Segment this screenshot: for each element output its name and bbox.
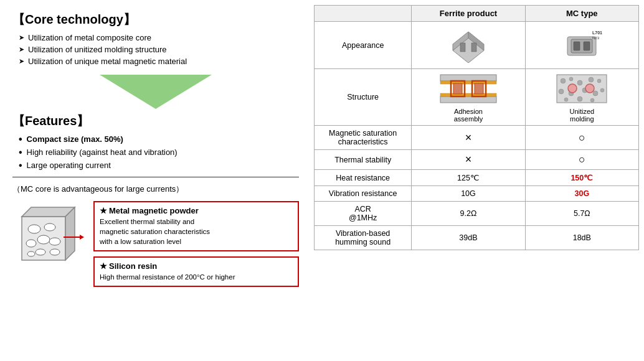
annotations: Metal magnetic powder Excellent thermal …: [93, 201, 299, 287]
ferrite-component-svg: [447, 26, 490, 63]
mc-magnetic: ○: [525, 126, 638, 150]
feature-item-2: High reliability (against heat and vibra…: [19, 148, 299, 157]
unitized-label: Unitizedmolding: [569, 108, 594, 123]
annotation-title-2: Silicon resin: [100, 261, 293, 271]
svg-rect-25: [440, 96, 496, 103]
ferrite-structure-svg: [437, 72, 500, 106]
annotation-body-1: Excellent thermal stability andmagnetic …: [100, 217, 293, 246]
ferrite-magnetic: ×: [412, 126, 525, 150]
annotation-box-2: Silicon resin High thermal resistance of…: [93, 256, 299, 287]
svg-rect-21: [584, 42, 590, 50]
powder-illustration: [12, 201, 87, 274]
table-header-row: Ferrite product MC type: [315, 6, 639, 22]
annotation-body-2: High thermal resistance of 200°C or high…: [100, 272, 293, 282]
powder-svg: [12, 201, 84, 273]
right-panel: Ferrite product MC type Appearance: [311, 0, 644, 361]
svg-rect-20: [574, 42, 580, 50]
feature-item-1: Compact size (max. 50%): [19, 134, 299, 144]
ferrite-structure-img: Adhesionassembly: [412, 69, 525, 126]
core-bullet-1: Utilization of metal composite core: [19, 33, 299, 42]
col-header-blank: [315, 6, 412, 22]
circle-icon: ○: [579, 131, 585, 144]
svg-marker-12: [80, 235, 84, 240]
svg-point-45: [590, 98, 594, 102]
label-vibration: Vibration resistance: [315, 186, 412, 202]
label-magnetic: Magnetic saturationcharacteristics: [315, 126, 412, 150]
mc-acr: 5.7Ω: [525, 202, 638, 226]
col-header-ferrite: Ferrite product: [412, 6, 525, 22]
left-panel: 【Core technology】 Utilization of metal c…: [0, 0, 311, 361]
circle-icon-2: ○: [579, 153, 585, 166]
label-structure: Structure: [315, 69, 412, 126]
svg-point-37: [597, 79, 601, 83]
svg-point-3: [28, 225, 40, 233]
mc-humming: 18dB: [525, 226, 638, 250]
triangle-decoration: [12, 75, 299, 109]
svg-point-7: [49, 238, 60, 245]
svg-text:N23: N23: [592, 36, 600, 40]
divider: [12, 177, 299, 177]
svg-rect-26: [440, 81, 496, 84]
label-humming: Vibration-basedhumming sound: [315, 226, 412, 250]
svg-point-44: [577, 96, 582, 101]
mc-structure-svg: [554, 72, 610, 106]
core-bullets: Utilization of metal composite core Util…: [12, 33, 299, 66]
svg-rect-30: [453, 83, 462, 94]
svg-point-43: [564, 98, 568, 101]
mc-heat-value: 150℃: [571, 174, 593, 182]
svg-point-46: [568, 84, 577, 93]
table-row-acr: ACR@1MHz 9.2Ω 5.7Ω: [315, 202, 639, 226]
svg-rect-27: [440, 93, 496, 96]
mc-vibration-value: 30G: [575, 189, 590, 198]
svg-rect-16: [460, 43, 465, 52]
svg-rect-17: [471, 43, 476, 52]
table-row-appearance: Appearance: [315, 22, 639, 69]
svg-rect-24: [440, 75, 496, 81]
svg-point-36: [589, 77, 594, 82]
svg-point-9: [50, 249, 60, 255]
cross-icon-2: ×: [465, 153, 472, 166]
ferrite-appearance-img: [412, 22, 525, 69]
core-bullet-2: Utilization of unitized molding structur…: [19, 45, 299, 54]
ferrite-acr: 9.2Ω: [412, 202, 525, 226]
svg-point-47: [585, 84, 594, 93]
col-header-mc: MC type: [525, 6, 638, 22]
label-thermal: Thermal stability: [315, 150, 412, 170]
svg-marker-2: [65, 207, 75, 260]
cross-icon: ×: [465, 131, 472, 144]
table-row-heat: Heat resistance 125℃ 150℃: [315, 170, 639, 186]
mc-structure-img: Unitizedmolding: [525, 69, 638, 126]
triangle-shape: [100, 75, 212, 109]
label-acr: ACR@1MHz: [315, 202, 412, 226]
svg-point-6: [26, 240, 36, 247]
comparison-table: Ferrite product MC type Appearance: [314, 5, 639, 250]
core-tech-title: 【Core technology】: [12, 11, 299, 28]
mc-vibration: 30G: [525, 186, 638, 202]
mc-appearance-img: L701 N23: [525, 22, 638, 69]
svg-point-33: [561, 78, 566, 83]
svg-rect-31: [475, 83, 483, 94]
table-row-vibration: Vibration resistance 10G 30G: [315, 186, 639, 202]
mc-thermal: ○: [525, 150, 638, 170]
table-row-thermal: Thermal stability × ○: [315, 150, 639, 170]
svg-point-35: [577, 80, 582, 85]
mc-component-svg: L701 N23: [560, 26, 604, 63]
table-row-humming: Vibration-basedhumming sound 39dB 18dB: [315, 226, 639, 250]
svg-point-8: [36, 249, 45, 255]
table-row-structure: Structure: [315, 69, 639, 126]
adhesion-label: Adhesionassembly: [454, 108, 483, 123]
core-bullet-3: Utilization of unique metal magnetic mat…: [19, 57, 299, 66]
ferrite-heat: 125℃: [412, 170, 525, 186]
bottom-section: Metal magnetic powder Excellent thermal …: [12, 201, 299, 287]
feature-item-3: Large operating current: [19, 161, 299, 171]
annotation-box-1: Metal magnetic powder Excellent thermal …: [93, 201, 299, 251]
mc-heat: 150℃: [525, 170, 638, 186]
svg-point-10: [27, 251, 35, 256]
label-heat: Heat resistance: [315, 170, 412, 186]
features-list: Compact size (max. 50%) High reliability…: [12, 134, 299, 171]
ferrite-thermal: ×: [412, 150, 525, 170]
table-row-magnetic: Magnetic saturationcharacteristics × ○: [315, 126, 639, 150]
svg-point-4: [44, 223, 55, 231]
annotation-title-1: Metal magnetic powder: [100, 206, 293, 215]
ferrite-humming: 39dB: [412, 226, 525, 250]
